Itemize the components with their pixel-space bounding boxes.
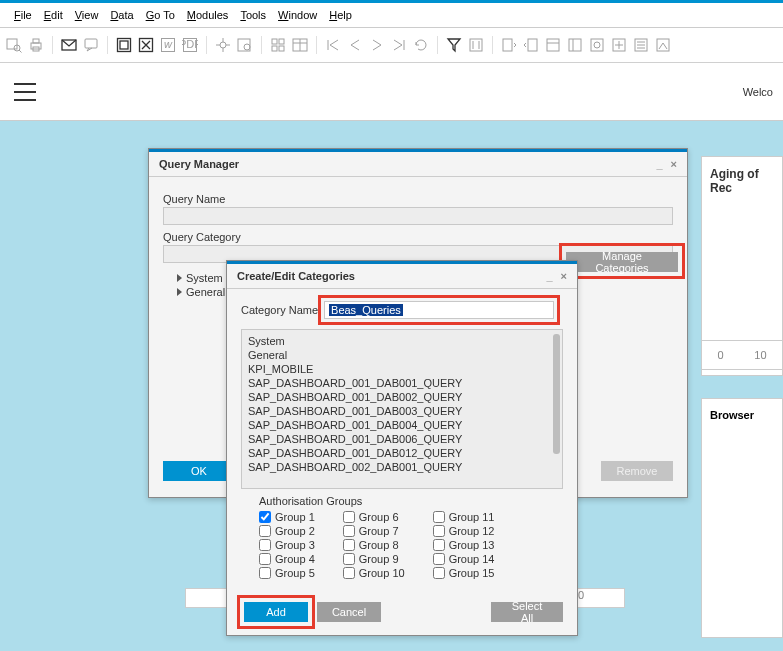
mail-icon[interactable] bbox=[61, 37, 77, 53]
target-doc-icon[interactable] bbox=[523, 37, 539, 53]
base-doc-icon[interactable] bbox=[501, 37, 517, 53]
group-2[interactable]: Group 2 bbox=[259, 525, 315, 537]
scrollbar[interactable] bbox=[553, 334, 560, 454]
group-15[interactable]: Group 15 bbox=[433, 567, 495, 579]
refresh-icon[interactable] bbox=[413, 37, 429, 53]
query-name-label: Query Name bbox=[163, 193, 673, 205]
group-10[interactable]: Group 10 bbox=[343, 567, 405, 579]
group-14[interactable]: Group 14 bbox=[433, 553, 495, 565]
list-item[interactable]: SAP_DASHBOARD_001_DAB012_QUERY bbox=[248, 446, 556, 460]
axis-ticks: 0 10 bbox=[701, 340, 783, 370]
svg-rect-0 bbox=[7, 39, 17, 49]
svg-rect-22 bbox=[272, 39, 277, 44]
list-item[interactable]: SAP_DASHBOARD_001_DAB004_QUERY bbox=[248, 418, 556, 432]
hamburger-icon[interactable] bbox=[14, 83, 36, 101]
svg-point-21 bbox=[244, 44, 250, 50]
excel-x-icon[interactable] bbox=[138, 37, 154, 53]
cancel-button[interactable]: Cancel bbox=[317, 602, 381, 622]
menu-tools[interactable]: Tools bbox=[234, 7, 272, 23]
manage-categories-button[interactable]: Manage Categories bbox=[566, 252, 678, 272]
list-item[interactable]: SAP_DASHBOARD_001_DAB003_QUERY bbox=[248, 404, 556, 418]
excel-icon[interactable] bbox=[116, 37, 132, 53]
close-icon[interactable]: × bbox=[561, 270, 567, 282]
layout2-icon[interactable] bbox=[567, 37, 583, 53]
cat-titlebar[interactable]: Create/Edit Categories _ × bbox=[227, 261, 577, 289]
minimize-icon[interactable]: _ bbox=[546, 270, 552, 282]
group-1[interactable]: Group 1 bbox=[259, 511, 315, 523]
remove-button[interactable]: Remove bbox=[601, 461, 673, 481]
svg-line-2 bbox=[19, 50, 22, 53]
print-icon[interactable] bbox=[28, 37, 44, 53]
qm-title: Query Manager bbox=[159, 158, 239, 170]
aging-title: Aging of Rec bbox=[710, 167, 774, 195]
tool3-icon[interactable] bbox=[633, 37, 649, 53]
svg-rect-29 bbox=[470, 39, 482, 51]
menu-goto[interactable]: Go To bbox=[140, 7, 181, 23]
list-item[interactable]: SAP_DASHBOARD_001_DAB002_QUERY bbox=[248, 390, 556, 404]
tick-10: 10 bbox=[754, 349, 766, 361]
list-item[interactable]: General bbox=[248, 348, 556, 362]
svg-rect-43 bbox=[657, 39, 669, 51]
group-12[interactable]: Group 12 bbox=[433, 525, 495, 537]
grid2-icon[interactable] bbox=[292, 37, 308, 53]
list-item[interactable]: SAP_DASHBOARD_001_DAB001_QUERY bbox=[248, 376, 556, 390]
tool4-icon[interactable] bbox=[655, 37, 671, 53]
svg-point-15 bbox=[220, 42, 226, 48]
menu-modules[interactable]: Modules bbox=[181, 7, 235, 23]
svg-rect-23 bbox=[279, 39, 284, 44]
prev-icon[interactable] bbox=[347, 37, 363, 53]
group-8[interactable]: Group 8 bbox=[343, 539, 405, 551]
menu-edit[interactable]: Edit bbox=[38, 7, 69, 23]
group-3[interactable]: Group 3 bbox=[259, 539, 315, 551]
list-item[interactable]: System bbox=[248, 334, 556, 348]
tool1-icon[interactable] bbox=[589, 37, 605, 53]
ok-button[interactable]: OK bbox=[163, 461, 235, 481]
category-name-input[interactable]: Beas_Queries bbox=[324, 301, 554, 319]
pdf-icon[interactable]: PDF bbox=[182, 37, 198, 53]
grid1-icon[interactable] bbox=[270, 37, 286, 53]
group-9[interactable]: Group 9 bbox=[343, 553, 405, 565]
close-icon[interactable]: × bbox=[671, 158, 677, 170]
last-icon[interactable] bbox=[391, 37, 407, 53]
menu-window[interactable]: Window bbox=[272, 7, 323, 23]
browser-title: Browser bbox=[710, 409, 774, 421]
preview-icon[interactable] bbox=[6, 37, 22, 53]
word-icon[interactable]: w bbox=[160, 37, 176, 53]
filter-icon[interactable] bbox=[446, 37, 462, 53]
categories-window: Create/Edit Categories _ × Category Name… bbox=[226, 260, 578, 636]
group-7[interactable]: Group 7 bbox=[343, 525, 405, 537]
find-icon[interactable] bbox=[237, 37, 253, 53]
group-5[interactable]: Group 5 bbox=[259, 567, 315, 579]
group-11[interactable]: Group 11 bbox=[433, 511, 495, 523]
layout1-icon[interactable] bbox=[545, 37, 561, 53]
list-item[interactable]: KPI_MOBILE bbox=[248, 362, 556, 376]
menu-file[interactable]: File bbox=[8, 7, 38, 23]
sms-icon[interactable] bbox=[83, 37, 99, 53]
next-icon[interactable] bbox=[369, 37, 385, 53]
qm-titlebar[interactable]: Query Manager _ × bbox=[149, 149, 687, 177]
svg-rect-34 bbox=[569, 39, 581, 51]
group-4[interactable]: Group 4 bbox=[259, 553, 315, 565]
list-item[interactable]: SAP_DASHBOARD_001_DAB006_QUERY bbox=[248, 432, 556, 446]
svg-rect-24 bbox=[272, 46, 277, 51]
category-list[interactable]: System General KPI_MOBILE SAP_DASHBOARD_… bbox=[241, 329, 563, 489]
svg-text:PDF: PDF bbox=[182, 38, 198, 50]
sort-icon[interactable] bbox=[468, 37, 484, 53]
first-icon[interactable] bbox=[325, 37, 341, 53]
minimize-icon[interactable]: _ bbox=[656, 158, 662, 170]
tool2-icon[interactable] bbox=[611, 37, 627, 53]
list-item[interactable]: SAP_DASHBOARD_002_DAB001_QUERY bbox=[248, 460, 556, 474]
group-13[interactable]: Group 13 bbox=[433, 539, 495, 551]
svg-rect-36 bbox=[591, 39, 603, 51]
category-name-value: Beas_Queries bbox=[329, 304, 403, 316]
menu-data[interactable]: Data bbox=[104, 7, 139, 23]
menu-help[interactable]: Help bbox=[323, 7, 358, 23]
select-all-button[interactable]: Select All bbox=[491, 602, 563, 622]
add-button[interactable]: Add bbox=[244, 602, 308, 622]
lock-icon[interactable] bbox=[215, 37, 231, 53]
group-6[interactable]: Group 6 bbox=[343, 511, 405, 523]
toolbar: w PDF bbox=[0, 28, 783, 63]
tree-label: System bbox=[186, 272, 223, 284]
menu-view[interactable]: View bbox=[69, 7, 105, 23]
query-name-input[interactable] bbox=[163, 207, 673, 225]
